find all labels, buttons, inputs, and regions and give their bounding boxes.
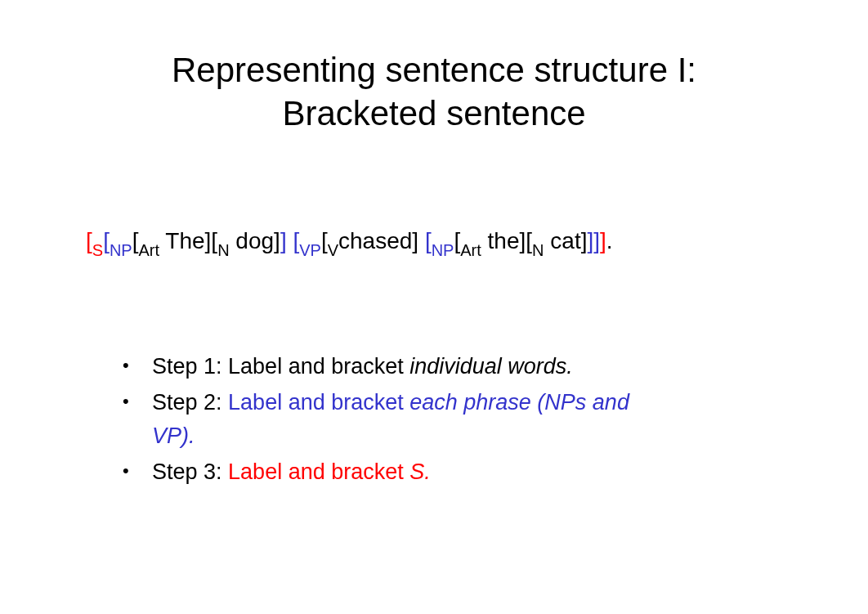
steps-list: Step 1: Label and bracket individual wor…: [123, 350, 803, 489]
title-line-2: Bracketed sentence: [282, 94, 585, 132]
label-n2: N: [532, 241, 544, 259]
word-the2: the: [481, 228, 520, 253]
label-n1: N: [217, 241, 229, 259]
step-2: Step 2: Label and bracket each phrase (N…: [123, 386, 803, 452]
label-art2: Art: [460, 241, 481, 259]
step-3-plain: Label and bracket: [228, 459, 409, 484]
bracket-open-v: [: [321, 228, 328, 253]
step-3: Step 3: Label and bracket S.: [123, 455, 803, 489]
bracket-open-np2: [: [425, 228, 432, 253]
step-2-prefix: Step 2:: [152, 390, 228, 415]
step-3-prefix: Step 3:: [152, 459, 228, 484]
space2: [418, 228, 425, 253]
word-cat: cat: [544, 228, 581, 253]
label-v: V: [328, 241, 338, 259]
bracket-close-v: ]: [412, 228, 418, 253]
label-np1: NP: [110, 241, 132, 259]
step-2-italic-b: VP).: [152, 424, 195, 448]
step-1-prefix: Step 1: Label and bracket: [152, 354, 409, 379]
word-chased: chased: [338, 228, 412, 253]
title-line-1: Representing sentence structure I:: [172, 51, 696, 89]
bracket-open-n2: [: [526, 228, 532, 253]
step-3-italic: S.: [409, 459, 431, 484]
bracket-close-n1: ]: [274, 228, 280, 253]
slide: Representing sentence structure I: Brack…: [0, 0, 868, 614]
step-2-plain: Label and bracket: [228, 390, 409, 415]
word-the1: The: [159, 228, 205, 253]
label-np2: NP: [432, 241, 454, 259]
bracketed-sentence: [S[NP[Art The][N dog]] [VP[Vchased] [NP[…: [86, 225, 803, 260]
label-art1: Art: [138, 241, 159, 259]
bracket-close-np1: ]: [280, 228, 287, 253]
label-s: S: [92, 241, 103, 259]
period: .: [606, 228, 613, 253]
slide-title: Representing sentence structure I: Brack…: [65, 49, 803, 135]
bracket-open-np1: [: [103, 228, 110, 253]
step-1-italic: individual words.: [409, 354, 573, 379]
bracket-open-s: [: [86, 228, 92, 253]
step-1: Step 1: Label and bracket individual wor…: [123, 350, 803, 383]
bracket-close-vp: ]: [593, 228, 600, 253]
label-vp: VP: [299, 241, 321, 259]
step-2-italic-a: each phrase (NPs and: [409, 390, 629, 415]
bracket-open-n1: [: [211, 228, 217, 253]
word-dog: dog: [230, 228, 275, 253]
bracket-close-s: ]: [600, 228, 606, 253]
